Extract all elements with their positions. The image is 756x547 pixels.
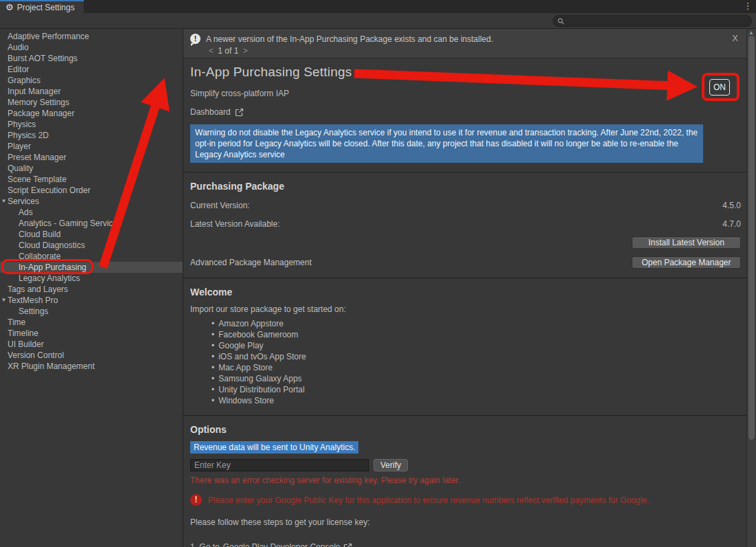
google-play-console-link[interactable]: Google Play Developer Console	[223, 542, 341, 547]
purchasing-package-title: Purchasing Package	[190, 181, 746, 192]
external-link-icon[interactable]	[343, 543, 352, 547]
sidebar-item-preset-manager[interactable]: Preset Manager	[0, 152, 183, 163]
sidebar-item-physics-2d[interactable]: Physics 2D	[0, 130, 183, 141]
sidebar-item-services[interactable]: ▼Services	[0, 196, 183, 207]
store-list-item: Mac App Store	[211, 362, 746, 373]
foldout-triangle-icon[interactable]: ▼	[1, 196, 7, 207]
notification-bar: ! A newer version of the In-App Purchasi…	[183, 29, 746, 58]
error-icon: !	[190, 494, 202, 506]
settings-content: ! A newer version of the In-App Purchasi…	[183, 29, 756, 547]
current-version-value: 4.5.0	[722, 201, 741, 210]
sidebar-item-physics[interactable]: Physics	[0, 119, 183, 130]
sidebar-item-ui-builder[interactable]: UI Builder	[0, 339, 183, 350]
google-key-error-text: Please enter your Google Public Key for …	[208, 495, 649, 506]
sidebar-item-editor[interactable]: Editor	[0, 64, 183, 75]
sidebar-item-cloud-build[interactable]: Cloud Build	[0, 229, 183, 240]
sidebar-list: Adaptive PerformanceAudioBurst AOT Setti…	[0, 31, 183, 372]
sidebar-item-scene-template[interactable]: Scene Template	[0, 174, 183, 185]
store-list-item: iOS and tvOs App Store	[211, 351, 746, 362]
page-title: In-App Purchasing Settings	[190, 65, 746, 80]
current-version-label: Current Version:	[190, 201, 250, 210]
section-divider	[183, 278, 756, 278]
store-list-item: Unity Distribution Portal	[211, 384, 746, 395]
steps-intro: Please follow these steps to get your li…	[190, 517, 746, 527]
sidebar-item-tags-and-layers[interactable]: Tags and Layers	[0, 284, 183, 295]
sidebar-item-input-manager[interactable]: Input Manager	[0, 86, 183, 97]
gear-icon: ⚙	[5, 3, 14, 12]
scroll-up-icon[interactable]: ▲	[748, 30, 754, 36]
sidebar-item-adaptive-performance[interactable]: Adaptive Performance	[0, 31, 183, 42]
options-title: Options	[190, 424, 746, 435]
legacy-analytics-warning: Warning do not disable the Legacy Analyt…	[190, 124, 703, 163]
iap-toggle-on-button[interactable]: ON	[709, 79, 730, 96]
license-key-input[interactable]	[190, 459, 369, 471]
sidebar-item-analytics-gaming-services[interactable]: Analytics - Gaming Services	[0, 218, 183, 229]
notification-message: A newer version of the In-App Purchasing…	[206, 34, 493, 44]
server-error-text: There was an error checking server for e…	[190, 476, 746, 485]
install-latest-version-button[interactable]: Install Latest Version	[632, 236, 741, 249]
welcome-title: Welcome	[190, 287, 746, 298]
advanced-package-management-label: Advanced Package Management	[190, 258, 312, 267]
sidebar-item-legacy-analytics[interactable]: Legacy Analytics	[0, 273, 183, 284]
foldout-triangle-icon[interactable]: ▼	[1, 295, 7, 306]
notification-pager: < 1 of 1 >	[207, 46, 740, 56]
pager-prev-icon[interactable]: <	[207, 46, 216, 56]
sidebar-item-version-control[interactable]: Version Control	[0, 350, 183, 361]
sidebar-item-cloud-diagnostics[interactable]: Cloud Diagnostics	[0, 240, 183, 251]
settings-sidebar: Adaptive PerformanceAudioBurst AOT Setti…	[0, 29, 183, 547]
sidebar-item-graphics[interactable]: Graphics	[0, 75, 183, 86]
store-list-item: Windows Store	[211, 395, 746, 406]
store-list: Amazon AppstoreFacebook GameroomGoogle P…	[211, 318, 746, 406]
search-icon	[558, 18, 564, 25]
welcome-intro: Import our store package to get started …	[190, 304, 746, 314]
scrollbar-thumb[interactable]	[748, 36, 755, 440]
sidebar-item-memory-settings[interactable]: Memory Settings	[0, 97, 183, 108]
sidebar-item-script-execution-order[interactable]: Script Execution Order	[0, 185, 183, 196]
dashboard-link[interactable]: Dashboard	[190, 107, 231, 117]
sidebar-item-timeline[interactable]: Timeline	[0, 328, 183, 339]
verify-button[interactable]: Verify	[374, 459, 408, 471]
sidebar-item-ads[interactable]: Ads	[0, 207, 183, 218]
sidebar-item-collaborate[interactable]: Collaborate	[0, 251, 183, 262]
kebab-menu-icon[interactable]: ⋮	[742, 1, 753, 12]
notification-close-icon[interactable]: X	[732, 33, 738, 43]
sidebar-item-in-app-purchasing[interactable]: In-App Purchasing	[0, 262, 183, 273]
tab-title: Project Settings	[17, 3, 75, 12]
open-package-manager-button[interactable]: Open Package Manager	[632, 256, 741, 269]
revenue-note: Revenue data will be sent to Unity Analy…	[190, 441, 358, 454]
sidebar-item-settings[interactable]: Settings	[0, 306, 183, 317]
sidebar-item-player[interactable]: Player	[0, 141, 183, 152]
latest-version-value: 4.7.0	[722, 219, 741, 229]
sidebar-item-xr-plugin-management[interactable]: XR Plugin Management	[0, 361, 183, 372]
section-divider	[183, 172, 756, 172]
sidebar-item-package-manager[interactable]: Package Manager	[0, 108, 183, 119]
store-list-item: Facebook Gameroom	[211, 329, 746, 340]
sidebar-item-burst-aot-settings[interactable]: Burst AOT Settings	[0, 53, 183, 64]
vertical-scrollbar[interactable]: ▲	[746, 29, 756, 547]
store-list-item: Samsung Galaxy Apps	[211, 373, 746, 384]
step1-prefix: 1. Go to	[190, 542, 220, 547]
section-divider	[183, 415, 756, 416]
latest-version-label: Latest Version Available:	[190, 219, 280, 229]
sidebar-item-time[interactable]: Time	[0, 317, 183, 328]
tab-bar: ⚙ Project Settings ⋮	[0, 0, 756, 13]
external-link-icon[interactable]	[235, 108, 244, 117]
sidebar-item-textmesh-pro[interactable]: ▼TextMesh Pro	[0, 295, 183, 306]
search-input[interactable]	[553, 15, 752, 27]
tab-project-settings[interactable]: ⚙ Project Settings	[0, 0, 84, 13]
notification-bubble-icon: !	[190, 34, 201, 44]
sidebar-item-audio[interactable]: Audio	[0, 42, 183, 53]
pager-next-icon[interactable]: >	[241, 46, 250, 56]
store-list-item: Amazon Appstore	[211, 318, 746, 329]
store-list-item: Google Play	[211, 340, 746, 351]
sidebar-item-quality[interactable]: Quality	[0, 163, 183, 174]
toolbar	[0, 13, 756, 29]
pager-count: 1 of 1	[218, 46, 238, 56]
page-subtitle: Simplify cross-platform IAP	[190, 89, 746, 98]
